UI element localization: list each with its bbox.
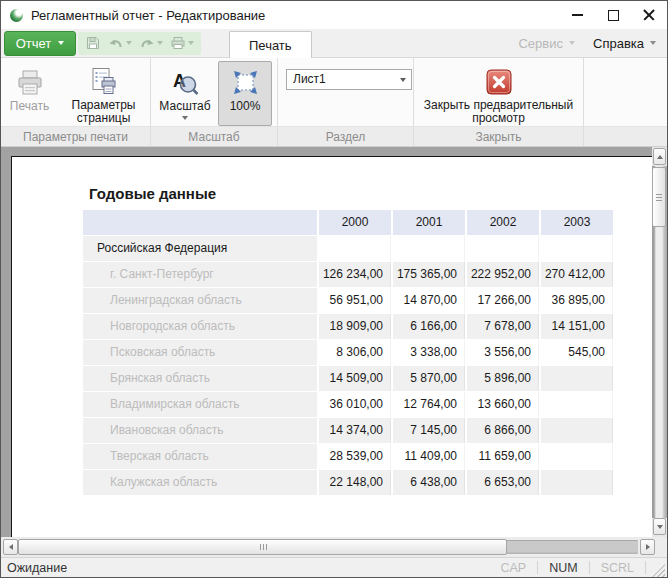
horizontal-scrollbar-thumb[interactable] bbox=[18, 539, 507, 555]
group-buttons: Печать Параметры страницы bbox=[1, 61, 150, 126]
report-menu-label: Отчет bbox=[16, 36, 52, 51]
data-cell: 3 338,00 bbox=[393, 340, 465, 365]
undo-button[interactable] bbox=[106, 35, 134, 51]
ribbon-group-print-settings: Печать Параметры страницы Параметры печа… bbox=[1, 58, 151, 146]
scroll-left-button[interactable] bbox=[3, 539, 18, 555]
preview-area: Годовые данные 2000200120022003Российска… bbox=[1, 147, 667, 537]
zoom-100-button[interactable]: 100% bbox=[218, 61, 272, 126]
column-header: 2002 bbox=[467, 210, 539, 235]
row-label: Брянская область bbox=[83, 366, 317, 391]
ribbon-group-close: Закрыть предварительный просмотр Закрыть bbox=[414, 58, 584, 146]
menu-help-label: Справка bbox=[593, 36, 644, 51]
close-icon bbox=[643, 9, 655, 21]
maximize-icon bbox=[608, 10, 619, 21]
data-cell: 17 266,00 bbox=[467, 288, 539, 313]
row-label: Псковская область bbox=[83, 340, 317, 365]
page-setup-icon bbox=[89, 65, 119, 99]
redo-icon bbox=[139, 35, 155, 51]
resize-grip[interactable] bbox=[652, 564, 665, 577]
data-cell bbox=[541, 366, 613, 391]
data-cell: 12 764,00 bbox=[393, 392, 465, 417]
row-label: г. Санкт-Петербург bbox=[83, 262, 317, 287]
close-button[interactable] bbox=[631, 1, 667, 29]
data-cell bbox=[393, 236, 465, 261]
scale-label: Масштаб bbox=[159, 100, 210, 113]
data-cell: 3 556,00 bbox=[467, 340, 539, 365]
close-preview-button[interactable]: Закрыть предварительный просмотр bbox=[418, 61, 580, 126]
num-lock-indicator: NUM bbox=[538, 561, 588, 575]
data-cell: 18 909,00 bbox=[319, 314, 391, 339]
data-cell: 13 660,00 bbox=[467, 392, 539, 417]
scroll-right-button[interactable] bbox=[640, 539, 655, 555]
sheet-combobox[interactable]: Лист1 bbox=[286, 69, 412, 90]
data-cell: 14 870,00 bbox=[393, 288, 465, 313]
data-cell: 14 151,00 bbox=[541, 314, 613, 339]
save-button[interactable] bbox=[83, 35, 103, 51]
scroll-up-button[interactable] bbox=[653, 148, 666, 165]
data-cell: 6 438,00 bbox=[393, 470, 465, 495]
undo-icon bbox=[108, 35, 124, 51]
data-cell: 14 374,00 bbox=[319, 418, 391, 443]
horizontal-scrollbar[interactable] bbox=[1, 537, 667, 557]
minimize-button[interactable] bbox=[559, 1, 595, 29]
data-cell bbox=[541, 418, 613, 443]
row-label: Новгородская область bbox=[83, 314, 317, 339]
window-title: Регламентный отчет - Редактирование bbox=[31, 8, 265, 23]
data-cell: 8 306,00 bbox=[319, 340, 391, 365]
row-label: Калужская область bbox=[83, 470, 317, 495]
table-corner-cell bbox=[83, 210, 317, 235]
combo-dropdown-button[interactable] bbox=[394, 70, 411, 89]
chevron-down-icon bbox=[182, 116, 188, 120]
tab-print[interactable]: Печать bbox=[229, 31, 312, 58]
data-cell bbox=[541, 392, 613, 417]
app-icon bbox=[10, 9, 23, 22]
scale-button[interactable]: A Масштаб bbox=[156, 61, 214, 126]
maximize-button[interactable] bbox=[595, 1, 631, 29]
data-cell: 222 952,00 bbox=[467, 262, 539, 287]
group-caption-empty bbox=[584, 126, 667, 146]
data-cell: 14 509,00 bbox=[319, 366, 391, 391]
page-setup-button[interactable]: Параметры страницы bbox=[60, 61, 148, 126]
scroll-down-button[interactable] bbox=[653, 518, 666, 535]
redo-button[interactable] bbox=[137, 35, 165, 51]
data-cell: 5 870,00 bbox=[393, 366, 465, 391]
data-cell: 22 148,00 bbox=[319, 470, 391, 495]
save-icon bbox=[85, 35, 101, 51]
report-title: Годовые данные bbox=[89, 185, 667, 203]
group-buttons: Закрыть предварительный просмотр bbox=[414, 61, 583, 126]
data-cell: 11 409,00 bbox=[393, 444, 465, 469]
status-separator bbox=[645, 561, 646, 574]
data-cell bbox=[541, 236, 613, 261]
menu-help[interactable]: Справка bbox=[584, 29, 665, 57]
data-cell: 7 145,00 bbox=[393, 418, 465, 443]
data-cell: 270 412,00 bbox=[541, 262, 613, 287]
status-bar: Ожидание CAP NUM SCRL bbox=[1, 557, 667, 577]
quick-access-toolbar bbox=[78, 32, 201, 55]
data-cell: 6 653,00 bbox=[467, 470, 539, 495]
menu-service-label: Сервис bbox=[518, 36, 563, 51]
print-button[interactable]: Печать bbox=[4, 61, 56, 126]
data-cell: 6 166,00 bbox=[393, 314, 465, 339]
zoom-100-label: 100% bbox=[230, 100, 261, 113]
tab-row: Отчет Печать Сервис bbox=[1, 29, 667, 57]
ribbon-group-filler bbox=[584, 58, 667, 146]
printer-icon bbox=[170, 35, 186, 51]
group-caption-close: Закрыть bbox=[414, 126, 583, 146]
data-cell: 175 365,00 bbox=[393, 262, 465, 287]
status-message: Ожидание bbox=[7, 561, 489, 575]
arrow-down-icon bbox=[657, 525, 663, 529]
zoom-100-icon bbox=[232, 65, 259, 100]
arrow-left-icon bbox=[9, 544, 13, 550]
ribbon-group-scale: A Масштаб 100% Масштаб bbox=[151, 58, 278, 146]
report-menu-button[interactable]: Отчет bbox=[4, 31, 76, 56]
group-buttons: A Масштаб 100% bbox=[151, 61, 277, 126]
quick-print-button[interactable] bbox=[168, 35, 196, 51]
minimize-icon bbox=[572, 14, 583, 16]
vertical-scrollbar[interactable] bbox=[652, 147, 667, 537]
group-caption-print-settings: Параметры печати bbox=[1, 126, 150, 146]
chevron-down-icon bbox=[126, 41, 132, 45]
sheet-combobox-value: Лист1 bbox=[293, 72, 326, 86]
menu-service[interactable]: Сервис bbox=[509, 29, 584, 57]
close-preview-label: Закрыть предварительный просмотр bbox=[421, 99, 577, 125]
vertical-scrollbar-thumb[interactable] bbox=[652, 167, 666, 227]
